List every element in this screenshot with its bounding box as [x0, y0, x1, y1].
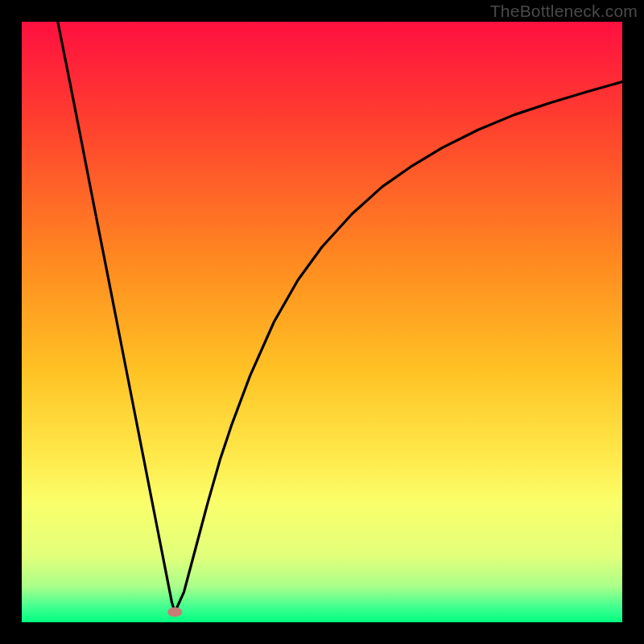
gradient-background [22, 22, 622, 622]
plot-area [22, 22, 622, 622]
svg-rect-0 [22, 22, 622, 622]
focus-marker [167, 607, 182, 617]
attribution-label: TheBottleneck.com [490, 2, 638, 21]
chart-frame: TheBottleneck.com [0, 0, 644, 644]
